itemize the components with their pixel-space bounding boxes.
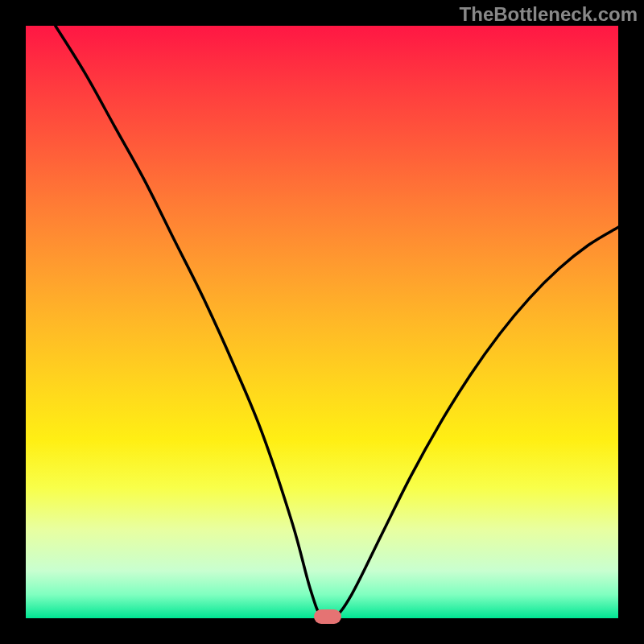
optimal-point-marker: [314, 609, 341, 624]
bottleneck-curve-line: [56, 26, 618, 618]
watermark-text: TheBottleneck.com: [460, 3, 638, 26]
bottleneck-chart: TheBottleneck.com: [0, 0, 644, 644]
curve-svg: [26, 26, 618, 618]
plot-area: [26, 26, 618, 618]
